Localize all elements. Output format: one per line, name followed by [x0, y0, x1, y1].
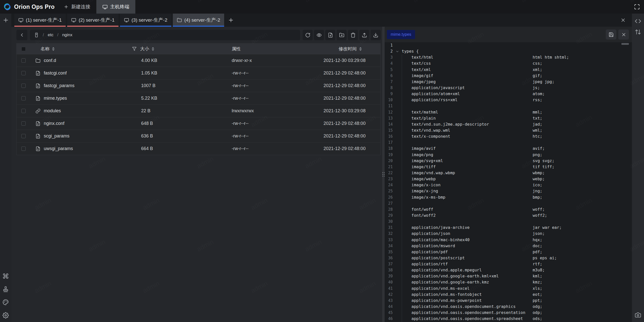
- code-line-14[interactable]: 14 text/vnd.sun.j2me.app-descriptor jad;: [385, 121, 632, 127]
- header-size[interactable]: 大小: [131, 46, 222, 52]
- row-checkbox[interactable]: [21, 96, 26, 100]
- file-name[interactable]: mime.types: [30, 96, 131, 101]
- file-name[interactable]: modules: [30, 108, 131, 114]
- code-line-12[interactable]: 12 text/mathml mml;: [385, 109, 632, 115]
- code-line-7[interactable]: 7 image/jpeg jpeg jpg;: [385, 79, 632, 85]
- sort-name-control[interactable]: [52, 47, 55, 51]
- code-line-46[interactable]: 46 application/vnd.oasis.opendocument.sp…: [385, 316, 632, 322]
- file-row-scgi_params[interactable]: scgi_params636 B-rw-r--r--2021-12-29 02:…: [17, 130, 380, 142]
- code-view-button[interactable]: [635, 18, 641, 24]
- menu-host-terminal[interactable]: 主机终端: [96, 0, 135, 14]
- terminal-tab-3[interactable]: (3) server-生产-2: [120, 14, 171, 27]
- new-file-button[interactable]: [325, 30, 335, 40]
- code-line-13[interactable]: 13 text/plain txt;: [385, 115, 632, 121]
- delete-button[interactable]: [348, 30, 358, 40]
- code-line-36[interactable]: 36 application/postscript ps eps ai;: [385, 255, 632, 261]
- header-name[interactable]: 名称: [30, 46, 131, 52]
- close-editor-button[interactable]: [618, 29, 629, 40]
- code-line-45[interactable]: 45 application/vnd.oasis.opendocument.pr…: [385, 310, 632, 316]
- sidebar-item-snippets[interactable]: [3, 286, 9, 292]
- file-row-modules[interactable]: modules22 Blrwxrwxrwx2021-12-30 03:29:08: [17, 104, 380, 117]
- file-row-conf.d[interactable]: conf.d4.00 KBdrwxr-xr-x2021-12-30 03:29:…: [17, 54, 380, 67]
- code-line-35[interactable]: 35 application/pdf pdf;: [385, 249, 632, 255]
- code-line-39[interactable]: 39 application/vnd.google-earth.kml+xml …: [385, 273, 632, 279]
- preview-button[interactable]: [314, 30, 324, 40]
- code-line-4[interactable]: 4 text/css css;: [385, 60, 632, 66]
- code-line-44[interactable]: 44 application/vnd.oasis.opendocument.gr…: [385, 304, 632, 310]
- code-line-32[interactable]: 32 application/json json;: [385, 231, 632, 237]
- code-line-26[interactable]: 26 image/x-ms-bmp bmp;: [385, 194, 632, 200]
- code-line-10[interactable]: 10 application/rss+xml rss;: [385, 97, 632, 103]
- refresh-button[interactable]: [303, 30, 313, 40]
- save-button[interactable]: [606, 29, 616, 40]
- panel-resize-handle[interactable]: [382, 27, 385, 322]
- upload-button[interactable]: [359, 30, 369, 40]
- breadcrumb-segment-etc[interactable]: etc: [48, 32, 54, 38]
- select-all-checkbox[interactable]: [21, 47, 26, 51]
- row-checkbox[interactable]: [21, 71, 26, 75]
- sidebar-item-theme[interactable]: [3, 299, 9, 305]
- row-checkbox[interactable]: [21, 147, 26, 151]
- code-line-34[interactable]: 34 application/msword doc;: [385, 243, 632, 249]
- file-row-nginx.conf[interactable]: nginx.conf648 B-rw-r--r--2021-12-29 02:4…: [17, 117, 380, 130]
- code-line-27[interactable]: 27: [385, 200, 632, 206]
- screenshot-button[interactable]: [635, 312, 641, 318]
- file-name[interactable]: uwsgi_params: [30, 146, 131, 151]
- code-line-22[interactable]: 22 image/vnd.wap.wbmp wbmp;: [385, 170, 632, 176]
- filter-icon[interactable]: [132, 47, 137, 51]
- code-line-29[interactable]: 29 font/woff2 woff2;: [385, 212, 632, 219]
- sort-size-control[interactable]: [152, 47, 154, 51]
- code-line-33[interactable]: 33 application/mac-binhex40 hqx;: [385, 237, 632, 243]
- file-row-fastcgi.conf[interactable]: fastcgi.conf1.05 KB-rw-r--r--2021-12-29 …: [17, 67, 380, 79]
- code-line-25[interactable]: 25 image/x-jng jng;: [385, 188, 632, 194]
- code-line-20[interactable]: 20 image/svg+xml svg svgz;: [385, 158, 632, 164]
- code-line-31[interactable]: 31 application/java-archive jar war ear;: [385, 225, 632, 231]
- open-file-badge[interactable]: mime.types: [387, 30, 415, 39]
- breadcrumb[interactable]: / etc / nginx: [30, 30, 300, 40]
- row-checkbox[interactable]: [21, 134, 26, 138]
- code-line-1[interactable]: 1: [385, 42, 632, 48]
- file-name[interactable]: scgi_params: [30, 133, 131, 139]
- code-line-43[interactable]: 43 application/vnd.ms-powerpoint ppt;: [385, 298, 632, 304]
- row-checkbox[interactable]: [21, 84, 26, 88]
- editor-scrollbar-thumb[interactable]: [621, 43, 629, 45]
- row-checkbox[interactable]: [21, 121, 26, 126]
- sort-mtime-control[interactable]: [359, 47, 362, 51]
- code-line-30[interactable]: 30: [385, 219, 632, 225]
- file-name[interactable]: fastcgi.conf: [30, 70, 131, 76]
- breadcrumb-segment-nginx[interactable]: nginx: [62, 32, 72, 38]
- code-line-6[interactable]: 6 image/gif gif;: [385, 73, 632, 79]
- code-line-42[interactable]: 42 application/vnd.ms-fontobject eot;: [385, 292, 632, 298]
- code-line-41[interactable]: 41 application/vnd.ms-excel xls;: [385, 285, 632, 292]
- file-name[interactable]: nginx.conf: [30, 121, 131, 126]
- fullscreen-button[interactable]: [634, 4, 640, 10]
- code-line-16[interactable]: 16 text/x-component htc;: [385, 133, 632, 139]
- code-line-18[interactable]: 18 image/avif avif;: [385, 146, 632, 152]
- code-line-5[interactable]: 5 text/xml xml;: [385, 67, 632, 73]
- sidebar-item-shortcuts[interactable]: [3, 273, 9, 279]
- header-mtime[interactable]: 修改时间: [313, 46, 380, 52]
- code-line-40[interactable]: 40 application/vnd.google-earth.kmz kmz;: [385, 279, 632, 285]
- sidebar-add-button[interactable]: [3, 17, 9, 23]
- sidebar-item-settings[interactable]: [3, 312, 9, 318]
- download-button[interactable]: [371, 30, 381, 40]
- code-line-17[interactable]: 17: [385, 139, 632, 146]
- file-row-mime.types[interactable]: mime.types5.22 KB-rw-r--r--2021-12-29 02…: [17, 92, 380, 104]
- menu-new-connection[interactable]: 新建连接: [58, 0, 96, 14]
- row-checkbox[interactable]: [21, 109, 26, 113]
- code-line-37[interactable]: 37 application/rtf rtf;: [385, 261, 632, 267]
- file-row-fastcgi_params[interactable]: fastcgi_params1007 B-rw-r--r--2021-12-29…: [17, 79, 380, 92]
- code-line-28[interactable]: 28 font/woff woff;: [385, 206, 632, 212]
- code-editor[interactable]: 12types {3 text/html html htm shtml;4 te…: [385, 42, 632, 322]
- file-name[interactable]: fastcgi_params: [30, 83, 131, 88]
- code-line-11[interactable]: 11: [385, 103, 632, 109]
- fold-chevron-down-icon[interactable]: [393, 48, 402, 54]
- file-row-uwsgi_params[interactable]: uwsgi_params664 B-rw-r--r--2021-12-29 02…: [17, 142, 380, 155]
- code-line-2[interactable]: 2types {: [385, 48, 632, 54]
- code-line-8[interactable]: 8 application/javascript js;: [385, 85, 632, 91]
- terminal-tab-1[interactable]: (1) server-生产-1: [14, 14, 66, 27]
- code-line-3[interactable]: 3 text/html html htm shtml;: [385, 54, 632, 60]
- terminal-tab-2[interactable]: (2) server-生产-1: [67, 14, 118, 27]
- row-checkbox[interactable]: [21, 58, 26, 63]
- transfer-button[interactable]: [635, 29, 641, 35]
